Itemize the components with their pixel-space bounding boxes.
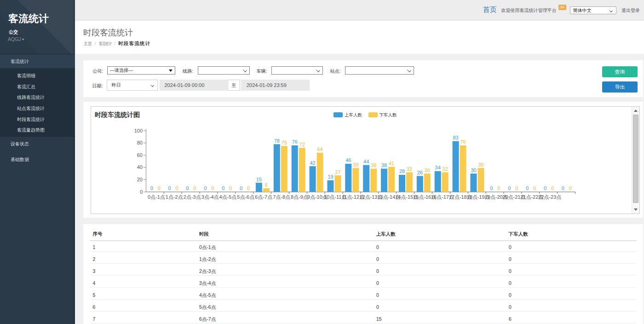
svg-text:0: 0: [240, 185, 242, 191]
svg-text:75: 75: [282, 140, 287, 145]
svg-text:6点-7点: 6点-7点: [255, 194, 272, 200]
svg-text:39: 39: [478, 162, 483, 168]
svg-text:0: 0: [158, 185, 161, 191]
svg-text:4点-5点: 4点-5点: [219, 194, 236, 200]
svg-text:0: 0: [229, 185, 232, 191]
svg-text:38: 38: [371, 162, 376, 168]
svg-text:34: 34: [435, 165, 441, 170]
svg-text:27: 27: [335, 169, 340, 175]
svg-text:60: 60: [137, 152, 143, 158]
svg-text:0: 0: [562, 185, 564, 191]
svg-text:15: 15: [256, 177, 262, 182]
svg-text:42: 42: [310, 160, 315, 166]
svg-text:22点-23点: 22点-23点: [538, 194, 561, 200]
svg-text:6: 6: [265, 182, 268, 188]
svg-text:0: 0: [508, 185, 511, 191]
svg-text:78: 78: [274, 138, 280, 144]
svg-text:0: 0: [533, 185, 536, 191]
svg-text:72: 72: [299, 142, 305, 147]
svg-text:19: 19: [328, 174, 333, 179]
svg-text:0: 0: [526, 185, 529, 191]
svg-text:8点-9点: 8点-9点: [291, 194, 308, 200]
svg-text:2点-3点: 2点-3点: [184, 194, 201, 200]
svg-text:44: 44: [363, 159, 369, 164]
svg-text:1点-2点: 1点-2点: [166, 194, 183, 200]
svg-text:80: 80: [137, 140, 143, 145]
svg-text:0: 0: [168, 185, 171, 191]
svg-text:40: 40: [137, 164, 143, 170]
svg-text:0点-1点: 0点-1点: [148, 194, 165, 200]
svg-text:46: 46: [345, 157, 351, 163]
svg-text:38: 38: [381, 162, 387, 168]
svg-text:26: 26: [417, 170, 423, 175]
svg-text:30: 30: [425, 168, 430, 173]
svg-text:76: 76: [292, 139, 298, 145]
svg-text:0: 0: [551, 185, 554, 191]
svg-text:0: 0: [150, 185, 153, 191]
svg-text:3点-4点: 3点-4点: [201, 194, 219, 200]
svg-text:83: 83: [453, 135, 458, 140]
svg-text:0: 0: [204, 185, 207, 191]
svg-text:0: 0: [544, 185, 546, 191]
svg-text:0: 0: [569, 185, 572, 191]
svg-text:0: 0: [211, 185, 214, 191]
svg-text:30: 30: [471, 168, 476, 173]
svg-text:39: 39: [353, 162, 358, 168]
svg-text:0: 0: [186, 185, 189, 191]
svg-text:32: 32: [443, 166, 448, 172]
svg-text:0: 0: [140, 189, 143, 195]
svg-text:64: 64: [317, 146, 322, 152]
svg-text:7点-8点: 7点-8点: [273, 194, 290, 200]
svg-text:41: 41: [389, 161, 394, 166]
svg-text:0: 0: [247, 185, 250, 191]
svg-text:0: 0: [490, 185, 493, 191]
svg-text:32: 32: [407, 166, 412, 172]
svg-text:0: 0: [222, 185, 224, 191]
svg-text:28: 28: [399, 168, 405, 174]
svg-text:76: 76: [460, 139, 466, 145]
svg-text:5点-6点: 5点-6点: [237, 194, 254, 200]
svg-text:0: 0: [193, 185, 196, 191]
svg-text:100: 100: [134, 128, 143, 133]
svg-text:0: 0: [176, 185, 178, 191]
svg-text:0: 0: [497, 185, 500, 191]
svg-text:20: 20: [137, 177, 143, 182]
svg-text:0: 0: [515, 185, 518, 191]
